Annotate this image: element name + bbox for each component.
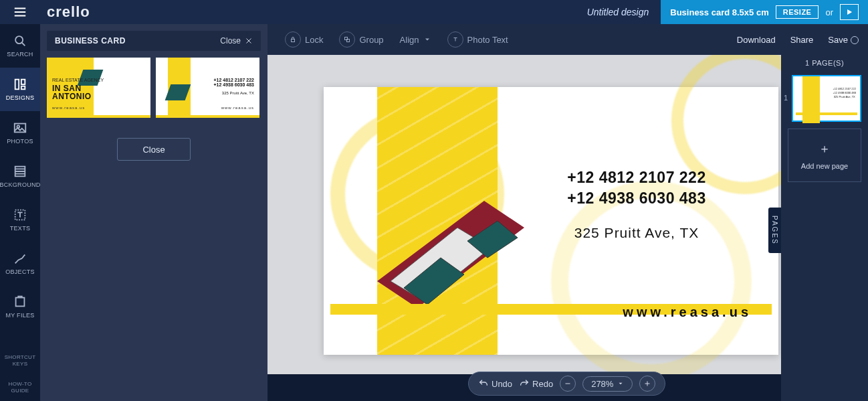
rail-myfiles-label: MY FILES xyxy=(5,312,34,320)
rail-designs-label: DESIGNS xyxy=(6,94,35,102)
rail-background-label: BCKGROUND xyxy=(0,181,41,189)
pages-count-label: 1 PAGE(S) xyxy=(781,55,868,71)
address[interactable]: 325 Pruitt Ave, TX xyxy=(530,225,744,241)
rail-background[interactable]: BCKGROUND xyxy=(0,155,40,198)
templates-panel-title: BUSINESS CARD xyxy=(55,36,126,46)
zoom-dropdown[interactable]: 278% xyxy=(582,376,633,392)
phone-2[interactable]: +12 4938 6030 483 xyxy=(530,188,744,209)
rail-myfiles[interactable]: MY FILES xyxy=(0,285,40,329)
rail-shortcut-keys[interactable]: SHORTCUT KEYS xyxy=(0,347,40,374)
save-button[interactable]: Save xyxy=(828,35,859,45)
zoom-out-button[interactable] xyxy=(560,376,576,392)
template-thumb-front[interactable]: REAL ESTATE AGENCY IN SANANTONIO www.rea… xyxy=(47,58,150,118)
photo-text-button[interactable]: Photo Text xyxy=(439,31,516,48)
zoom-in-button[interactable] xyxy=(639,376,655,392)
canvas-area[interactable]: +12 4812 2107 222 +12 4938 6030 483 325 … xyxy=(267,55,781,374)
svg-rect-2 xyxy=(21,79,25,84)
phone-1[interactable]: +12 4812 2107 222 xyxy=(530,167,744,188)
rail-designs[interactable]: DESIGNS xyxy=(0,68,40,111)
rail-texts[interactable]: TEXTS xyxy=(0,198,40,242)
redo-button[interactable]: Redo xyxy=(519,378,553,389)
svg-rect-3 xyxy=(21,86,25,89)
thumb1-title: IN SANANTONIO xyxy=(52,84,92,100)
plus-icon: ＋ xyxy=(819,141,831,157)
template-thumbs: REAL ESTATE AGENCY IN SANANTONIO www.rea… xyxy=(47,58,261,118)
lock-icon xyxy=(285,31,301,48)
logo: crello xyxy=(47,3,90,21)
thumb1-small: REAL ESTATE AGENCY xyxy=(52,78,104,82)
rail-objects[interactable]: OBJECTS xyxy=(0,242,40,285)
chevron-down-icon xyxy=(423,35,431,44)
templates-panel: BUSINESS CARD Close REAL ESTATE AGENCY I… xyxy=(40,24,267,401)
pages-panel: 1 PAGE(S) +12 4812 2107 222+12 4938 6030… xyxy=(781,55,868,401)
save-status-icon xyxy=(851,36,859,44)
or-label: or xyxy=(825,7,833,17)
format-strip: Business card 8.5x5 cm RESIZE or xyxy=(661,0,868,24)
editor-toolbar: Lock Group Align Photo Text Download Sha… xyxy=(267,24,868,55)
rail-photos[interactable]: PHOTOS xyxy=(0,111,40,155)
rail-search-label: SEARCH xyxy=(7,51,33,59)
animate-play-button[interactable] xyxy=(840,4,859,20)
thumb2-phones: +12 4812 2107 222+12 4938 6030 483 xyxy=(213,78,254,87)
templates-panel-close-link[interactable]: Close xyxy=(220,36,253,46)
hamburger-menu-button[interactable] xyxy=(0,0,40,24)
pages-tab-toggle[interactable]: PAGES xyxy=(768,208,781,253)
undo-icon xyxy=(478,378,489,389)
rail-objects-label: OBJECTS xyxy=(5,268,35,276)
geometric-art[interactable] xyxy=(377,201,524,355)
group-icon xyxy=(339,31,355,48)
left-rail: SEARCH DESIGNS PHOTOS BCKGROUND TEXTS OB… xyxy=(0,24,40,401)
website-text[interactable]: www.reasa.us xyxy=(623,305,752,320)
design-name-input[interactable]: Untitled design xyxy=(575,7,661,17)
thumb2-site: www.reasa.us xyxy=(221,106,254,110)
download-button[interactable]: Download xyxy=(737,35,776,45)
undo-button[interactable]: Undo xyxy=(478,378,512,389)
minus-icon xyxy=(564,380,572,388)
resize-button[interactable]: RESIZE xyxy=(776,5,819,19)
topbar: crello Untitled design Business card 8.5… xyxy=(0,0,868,24)
rail-howto-guide[interactable]: HOW-TO GUIDE xyxy=(0,374,40,401)
redo-icon xyxy=(519,378,530,389)
rail-texts-label: TEXTS xyxy=(10,225,31,233)
share-button[interactable]: Share xyxy=(790,35,814,45)
thumb2-addr: 325 Pruitt Ave, TX xyxy=(222,91,254,95)
add-page-button[interactable]: ＋ Add new page xyxy=(788,129,861,182)
align-dropdown[interactable]: Align xyxy=(392,35,439,45)
design-format-label: Business card 8.5x5 cm xyxy=(670,7,768,17)
rail-photos-label: PHOTOS xyxy=(7,138,33,146)
svg-rect-1 xyxy=(15,79,19,89)
chevron-down-icon xyxy=(617,380,624,387)
template-thumb-back[interactable]: +12 4812 2107 222+12 4938 6030 483 325 P… xyxy=(156,58,259,118)
templates-panel-close-button[interactable]: Close xyxy=(117,138,191,161)
svg-rect-9 xyxy=(292,39,295,42)
zoom-bar: Undo Redo 278% xyxy=(468,372,665,396)
svg-point-0 xyxy=(15,36,23,44)
svg-rect-8 xyxy=(16,297,25,306)
card-text-block[interactable]: +12 4812 2107 222 +12 4938 6030 483 325 … xyxy=(530,167,744,241)
page-thumb-1[interactable]: +12 4812 2107 222+12 4938 6030 483325 Pr… xyxy=(792,75,861,122)
plus-icon xyxy=(643,380,651,388)
lock-button[interactable]: Lock xyxy=(277,31,331,48)
rail-search[interactable]: SEARCH xyxy=(0,24,40,68)
business-card-canvas[interactable]: +12 4812 2107 222 +12 4938 6030 483 325 … xyxy=(324,87,778,355)
photo-text-icon xyxy=(447,31,463,48)
thumb1-site: www.reasa.us xyxy=(52,106,85,110)
templates-panel-header: BUSINESS CARD Close xyxy=(47,31,261,51)
group-button[interactable]: Group xyxy=(331,31,391,48)
